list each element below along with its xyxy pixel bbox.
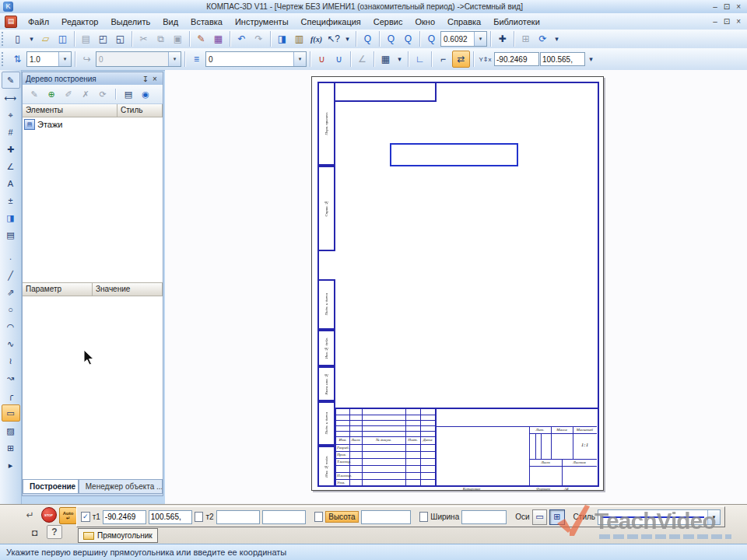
doc-minimize-button[interactable]: –	[713, 17, 717, 26]
chevron-down-icon[interactable]: ▾	[293, 52, 306, 66]
tool-circle-button[interactable]: ○	[2, 302, 19, 317]
print-button[interactable]: ▤	[78, 31, 94, 47]
column-parameter[interactable]: Параметр	[23, 283, 93, 296]
cursor-x-field[interactable]	[494, 52, 539, 66]
app-icon[interactable]: K	[3, 2, 13, 12]
t2-checkbox[interactable]	[195, 512, 204, 522]
tool-continuous-input-button[interactable]: ∿	[2, 336, 19, 352]
close-button[interactable]: ×	[736, 2, 741, 11]
zoom-more-dropdown[interactable]: ▾	[552, 31, 562, 47]
move-mode-icon[interactable]: ↪	[79, 51, 95, 67]
document-system-menu-icon[interactable]: ▤	[5, 16, 17, 28]
menu-editor[interactable]: Редактор	[55, 16, 104, 28]
grid-dropdown[interactable]: ▾	[395, 51, 405, 67]
tree-report-icon[interactable]: ▤	[121, 87, 135, 101]
height-checkbox[interactable]	[314, 512, 324, 522]
toolbar-grip[interactable]	[2, 52, 7, 66]
scale-combo[interactable]: 1.0 ▾	[26, 51, 72, 67]
camera-icon[interactable]: ◘	[26, 525, 43, 541]
menu-service[interactable]: Сервис	[367, 16, 409, 28]
help-icon[interactable]: ?	[47, 525, 62, 539]
axes-on-button[interactable]: ⊞	[549, 509, 565, 525]
move-combo[interactable]: 0 ▾	[96, 51, 181, 67]
panel-reports-button[interactable]: ▤	[2, 227, 19, 243]
chevron-down-icon[interactable]: ▾	[707, 510, 720, 524]
line-style-dropdown[interactable]: ▾	[598, 509, 721, 525]
chevron-down-icon[interactable]: ▾	[58, 52, 71, 66]
ortho-mode-button[interactable]: ⌐	[435, 51, 451, 67]
tool-hatch-button[interactable]: ▨	[2, 423, 19, 439]
print-setup-button[interactable]: ◱	[112, 31, 128, 47]
toolbar-expand-arrow[interactable]: ▸	[2, 457, 19, 473]
menu-window[interactable]: Окно	[409, 16, 441, 28]
tree-rebuild-icon[interactable]: ⟳	[96, 87, 110, 101]
tab-construction[interactable]: Построение	[23, 480, 79, 494]
panel-editing-button[interactable]: ✚	[2, 142, 19, 157]
scale-list-icon[interactable]: ⇅	[9, 51, 26, 67]
paste-button[interactable]: ▣	[170, 31, 186, 47]
close-icon[interactable]: ×	[150, 75, 160, 83]
copy-button[interactable]: ⧉	[153, 31, 169, 47]
refresh-view-button[interactable]: ⟳	[535, 31, 551, 47]
restore-button[interactable]: ⊡	[724, 2, 730, 11]
zoom-scale-button[interactable]: Q	[423, 31, 440, 47]
minimize-button[interactable]: –	[713, 2, 717, 11]
zoom-selected-button[interactable]: Q	[359, 31, 376, 47]
layers-icon[interactable]: ≡	[188, 51, 205, 67]
zoom-value-combo[interactable]: 0.6092 ▾	[440, 31, 487, 47]
new-document-button[interactable]: ▯	[9, 31, 26, 47]
tree-panel-header[interactable]: Дерево построения ↧ ×	[23, 72, 163, 85]
menu-insert[interactable]: Вставка	[184, 16, 229, 28]
t2-y-field[interactable]	[262, 510, 306, 524]
tool-aux-line-button[interactable]: ╱	[2, 268, 19, 283]
pin-icon[interactable]: ↧	[141, 75, 150, 83]
column-elements[interactable]: Элементы	[23, 104, 117, 117]
auto-create-button[interactable]: Auto↵	[59, 507, 77, 524]
coords-more-dropdown[interactable]: ▾	[586, 51, 596, 67]
interrupt-command-button[interactable]: STOP	[40, 507, 57, 523]
param-area[interactable]	[23, 296, 163, 479]
toolbar-grip[interactable]	[2, 32, 7, 46]
tree-help-icon[interactable]: ◉	[139, 87, 153, 101]
copy-properties-button[interactable]: ✎	[193, 31, 209, 47]
layer-combo[interactable]: 0 ▾	[205, 51, 307, 67]
grid-toggle-button[interactable]: ▦	[377, 51, 394, 67]
library-manager-button[interactable]: ▥	[291, 31, 307, 47]
t1-checkbox[interactable]: ✓	[81, 512, 90, 522]
column-value[interactable]: Значение	[93, 283, 163, 296]
undo-button[interactable]: ↶	[233, 31, 250, 47]
width-field[interactable]	[461, 510, 507, 524]
angle-snap-button[interactable]: ∠	[354, 51, 370, 67]
standard-more-dropdown[interactable]: ▾	[342, 31, 352, 47]
tree-delete-icon[interactable]: ✗	[79, 87, 93, 101]
tool-tab-rectangle[interactable]: Прямоугольник	[78, 528, 158, 543]
print-preview-button[interactable]: ◰	[95, 31, 111, 47]
t2-x-field[interactable]	[216, 510, 260, 524]
width-checkbox[interactable]	[419, 512, 429, 522]
zoom-area-button[interactable]: Q	[383, 31, 399, 47]
panel-specification-button[interactable]: ◨	[2, 210, 19, 226]
doc-close-button[interactable]: ×	[736, 17, 741, 26]
chevron-down-icon[interactable]: ▾	[168, 52, 181, 66]
tree-edit-icon[interactable]: ✎	[27, 87, 41, 101]
drawing-sheet[interactable]: Перв. примен. Справ. № Подп. и дата Инв.…	[311, 76, 604, 491]
local-cs-button[interactable]: ∟	[412, 51, 428, 67]
tool-segment-button[interactable]: ⇗	[2, 285, 19, 300]
menu-view[interactable]: Вид	[156, 16, 184, 28]
rounding-mode-button[interactable]: ⇄	[452, 51, 470, 68]
tool-regions-button[interactable]: ⊞	[2, 440, 19, 456]
panel-grid-button[interactable]: #	[2, 124, 19, 140]
height-field[interactable]	[361, 510, 411, 524]
tree-items-area[interactable]: ▤ Этажи	[23, 117, 163, 283]
fx-button[interactable]: f(x)	[308, 31, 324, 47]
t1-x-field[interactable]	[103, 510, 146, 524]
frame-rebuild-button[interactable]: ⊞	[517, 31, 534, 47]
tree-item-etazhi[interactable]: ▤ Этажи	[23, 117, 163, 131]
cursor-y-field[interactable]	[540, 52, 585, 66]
menu-select[interactable]: Выделить	[104, 16, 156, 28]
panel-parametrization-button[interactable]: ∠	[2, 159, 19, 174]
cut-button[interactable]: ✂	[135, 31, 152, 47]
local-snaps-button[interactable]: ∪	[331, 51, 347, 67]
object-properties-button[interactable]: ▦	[210, 31, 226, 47]
menu-help[interactable]: Справка	[441, 16, 487, 28]
